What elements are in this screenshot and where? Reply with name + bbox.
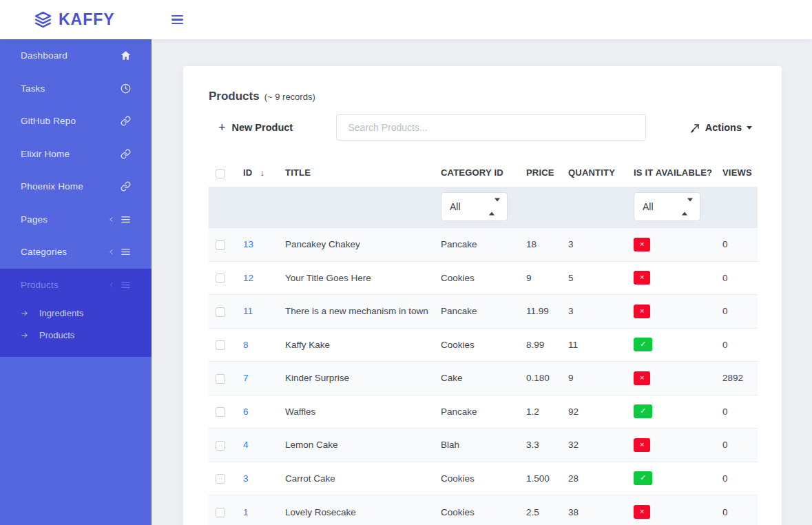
product-id-link[interactable]: 6 [243,406,249,417]
available-filter-select[interactable]: All [634,192,700,221]
table-row: 13 Pancakey Chakey Pancake 18 3 0 [209,228,758,262]
cell-title: Your Title Goes Here [282,261,438,295]
new-product-label: New Product [232,122,293,133]
row-checkbox[interactable] [216,474,225,484]
table-row: 7 Kinder Surprise Cake 0.180 9 2892 [209,362,758,395]
product-id-link[interactable]: 11 [243,306,253,316]
products-card: Products (~ 9 records) + New Product Act… [183,66,782,525]
column-header-id[interactable]: ID↓ [240,161,282,187]
sidebar-item-categories[interactable]: Categories [0,236,152,269]
cell-views: 0 [720,462,758,495]
product-id-link[interactable]: 1 [243,507,249,517]
records-count: (~ 9 records) [264,92,315,102]
sidebar-item-label: Products [21,280,107,290]
cell-category: Pancake [438,228,523,262]
cell-category: Pancake [438,295,523,329]
column-header-available[interactable]: IS IT AVAILABLE? [631,161,720,187]
brand-logo[interactable]: KAFFY [34,10,152,29]
cell-quantity: 32 [565,429,631,462]
x-icon-badge [634,438,650,452]
sidebar-item-label: Phoenix Home [21,181,121,192]
row-checkbox[interactable] [216,340,225,350]
check-icon-badge [634,471,652,485]
sidebar-subitem-label: Products [39,330,74,340]
home-icon [121,50,131,61]
cell-price: 1.500 [523,462,565,495]
layers-icon [34,11,52,28]
menu-icon [171,15,183,17]
product-id-link[interactable]: 3 [243,473,249,484]
menu-icon [121,280,131,290]
sidebar-subitem-ingredients[interactable]: Ingredients [0,302,152,324]
sidebar-item-pages[interactable]: Pages [0,203,152,236]
column-header-quantity[interactable]: QUANTITY [565,161,631,187]
cell-views: 0 [720,295,758,329]
row-checkbox[interactable] [216,374,225,384]
search-input[interactable] [336,114,646,141]
cell-category: Blah [438,429,523,462]
menu-icon [121,214,131,225]
cell-quantity: 3 [565,295,631,329]
row-checkbox[interactable] [216,307,225,317]
cell-category: Cookies [438,328,523,362]
cell-views: 0 [720,328,758,362]
select-all-checkbox[interactable] [216,169,225,178]
product-id-link[interactable]: 7 [243,373,249,383]
cell-quantity: 3 [565,228,631,262]
link-icon [121,149,131,159]
cell-title: Kaffy Kake [282,328,438,362]
sidebar-item-label: GitHub Repo [21,116,121,126]
sidebar-item-products[interactable]: Products [0,269,152,302]
sidebar-item-github-repo[interactable]: GitHub Repo [0,105,152,138]
cell-quantity: 9 [565,362,631,395]
new-product-button[interactable]: + New Product [218,122,293,133]
row-checkbox[interactable] [216,407,225,417]
cell-views: 0 [720,261,758,295]
actions-label: Actions [705,122,742,133]
chevron-left-icon [107,216,115,223]
row-checkbox[interactable] [216,508,225,517]
row-checkbox[interactable] [216,274,225,283]
cell-title: Lemon Cake [282,429,438,462]
cell-title: Carrot Cake [282,462,438,495]
table-row: 6 Waffles Pancake 1.2 92 0 [209,395,758,429]
cell-category: Cookies [438,261,523,295]
products-submenu: Ingredients Products [0,301,152,357]
cell-price: 8.99 [523,328,565,362]
column-header-views[interactable]: VIEWS [720,161,758,187]
sidebar-section-products: Products Ingredients Products [0,269,152,358]
table-body: 13 Pancakey Chakey Pancake 18 3 0 12 You… [209,228,758,525]
sidebar-item-label: Tasks [21,83,121,94]
actions-dropdown-button[interactable]: Actions [690,122,752,133]
cell-category: Cake [438,362,523,395]
sidebar-item-tasks[interactable]: Tasks [0,72,152,105]
table-row: 11 There is a new mechanism in town Panc… [209,295,758,329]
product-id-link[interactable]: 13 [243,239,253,249]
column-header-title[interactable]: TITLE [282,161,438,187]
cell-category: Cookies [438,495,523,525]
sidebar-item-label: Elixir Home [21,149,121,159]
product-id-link[interactable]: 4 [243,440,249,450]
plus-icon: + [218,123,226,132]
product-id-link[interactable]: 8 [243,340,249,350]
column-header-price[interactable]: PRICE [523,161,565,187]
sidebar-subitem-products[interactable]: Products [0,324,152,346]
column-header-category[interactable]: CATEGORY ID [438,161,523,187]
cell-category: Pancake [438,395,523,429]
x-icon-badge [634,238,650,251]
x-icon-badge [634,271,650,285]
cell-views: 0 [720,495,758,525]
arrow-up-right-icon [690,123,700,133]
sidebar-item-phoenix-home[interactable]: Phoenix Home [0,170,152,203]
cell-views: 0 [720,395,758,429]
menu-icon [121,247,131,257]
sidebar-item-dashboard[interactable]: Dashboard [0,39,152,72]
sidebar-item-elixir-home[interactable]: Elixir Home [0,138,152,171]
row-checkbox[interactable] [216,441,225,451]
category-filter-select[interactable]: All [441,192,508,221]
product-id-link[interactable]: 12 [243,273,253,283]
sort-down-icon: ↓ [260,167,264,178]
sidebar-toggle-button[interactable] [170,10,185,30]
cell-quantity: 5 [565,261,631,295]
row-checkbox[interactable] [216,240,225,250]
